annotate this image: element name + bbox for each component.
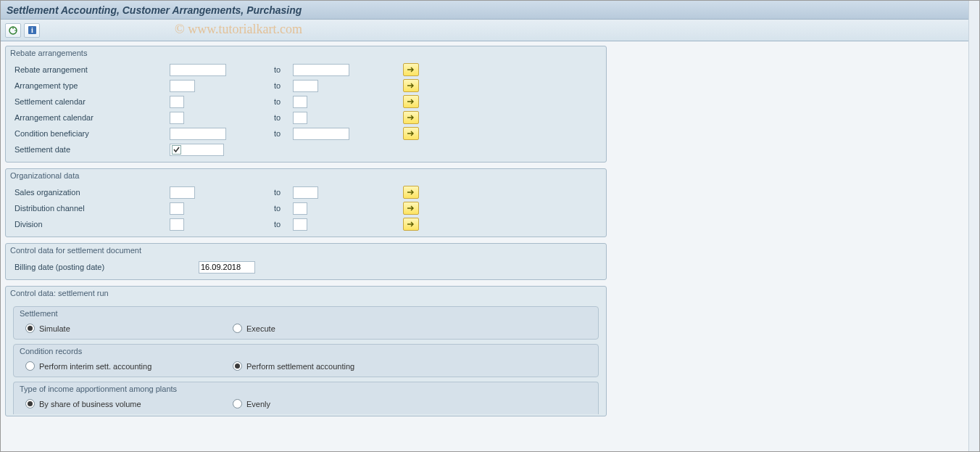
- group-title-org: Organizational data: [6, 169, 606, 184]
- row-settlement-calendar: Settlement calendar to: [6, 94, 606, 110]
- to-label: to: [271, 204, 293, 213]
- label-condition-beneficiary: Condition beneficiary: [10, 129, 170, 138]
- radio-row-settlement: Simulate Execute: [14, 322, 598, 334]
- row-sales-org: Sales organization to: [6, 184, 606, 200]
- arrow-right-icon: [407, 98, 415, 105]
- sub-title-cond-records: Condition records: [14, 345, 598, 360]
- arrow-right-icon: [407, 130, 415, 137]
- watermark: © www.tutorialkart.com: [175, 22, 302, 37]
- settlement-date-checkbox[interactable]: [172, 145, 181, 155]
- division-to[interactable]: [293, 218, 307, 231]
- group-rebate-arrangements: Rebate arrangements Rebate arrangement t…: [5, 46, 607, 163]
- multi-select-button[interactable]: [403, 111, 419, 124]
- settlement-date-field[interactable]: [170, 144, 224, 156]
- subgroup-condition-records: Condition records Perform interim sett. …: [13, 344, 599, 377]
- label-billing-date: Billing date (posting date): [10, 263, 199, 271]
- radio-row-cond-records: Perform interim sett. accounting Perform…: [14, 360, 598, 372]
- group-title-control-run: Control data: settlement run: [6, 287, 606, 302]
- multi-select-button[interactable]: [403, 202, 419, 215]
- radio-label-simulate: Simulate: [39, 324, 70, 333]
- to-label: to: [271, 97, 293, 106]
- row-condition-beneficiary: Condition beneficiary to: [6, 126, 606, 141]
- scroll-content[interactable]: Rebate arrangements Rebate arrangement t…: [1, 41, 979, 451]
- arrow-right-icon: [407, 66, 415, 73]
- row-distribution-channel: Distribution channel to: [6, 200, 606, 216]
- to-label: to: [271, 81, 293, 90]
- radio-simulate[interactable]: [25, 324, 35, 333]
- row-rebate-arrangement: Rebate arrangement to: [6, 62, 606, 78]
- group-control-settlement-run: Control data: settlement run Settlement …: [5, 286, 607, 416]
- multi-select-button[interactable]: [403, 63, 419, 76]
- multi-select-button[interactable]: [403, 127, 419, 140]
- arrangement-type-from[interactable]: [170, 80, 195, 92]
- condition-beneficiary-from[interactable]: [170, 128, 226, 140]
- arrow-right-icon: [407, 82, 415, 89]
- group-control-settlement-doc: Control data for settlement document Bil…: [5, 243, 607, 280]
- sales-org-from[interactable]: [170, 186, 195, 199]
- scroll-spacer: [5, 422, 975, 451]
- label-division: Division: [10, 220, 170, 229]
- condition-beneficiary-to[interactable]: [293, 128, 349, 140]
- row-arrangement-calendar: Arrangement calendar to: [6, 110, 606, 126]
- division-from[interactable]: [170, 218, 184, 231]
- window-title: Settlement Accounting, Customer Arrangem…: [7, 4, 302, 16]
- label-rebate-arrangement: Rebate arrangement: [10, 65, 170, 74]
- multi-select-button[interactable]: [403, 186, 419, 199]
- label-sales-org: Sales organization: [10, 188, 170, 197]
- to-label: to: [271, 188, 293, 197]
- sub-title-settlement: Settlement: [14, 307, 598, 322]
- arrangement-calendar-to[interactable]: [293, 112, 307, 124]
- to-label: to: [271, 129, 293, 138]
- settlement-calendar-to[interactable]: [293, 96, 307, 108]
- radio-evenly[interactable]: [233, 399, 242, 408]
- group-title-control-doc: Control data for settlement document: [6, 244, 606, 259]
- rebate-arrangement-to[interactable]: [293, 64, 349, 76]
- label-arrangement-type: Arrangement type: [10, 81, 170, 90]
- multi-select-button[interactable]: [403, 218, 419, 231]
- checkmark-icon: [173, 146, 180, 154]
- arrow-right-icon: [407, 205, 415, 212]
- to-label: to: [271, 65, 293, 74]
- group-organizational-data: Organizational data Sales organization t…: [5, 168, 607, 237]
- subgroup-settlement: Settlement Simulate Execute: [13, 306, 599, 340]
- radio-interim-sett[interactable]: [25, 361, 35, 371]
- radio-execute[interactable]: [233, 324, 242, 333]
- main-area: Rebate arrangements Rebate arrangement t…: [1, 41, 979, 451]
- execute-button[interactable]: [5, 23, 21, 38]
- application-toolbar: i © www.tutorialkart.com: [1, 20, 979, 41]
- settlement-calendar-from[interactable]: [170, 96, 184, 108]
- info-icon: i: [28, 25, 37, 35]
- radio-perform-sett[interactable]: [233, 361, 242, 371]
- radio-row-income-apportion: By share of business volume Evenly: [14, 398, 598, 410]
- outer-scrollbar[interactable]: [968, 41, 979, 451]
- label-settlement-date: Settlement date: [10, 145, 170, 154]
- row-billing-date: Billing date (posting date): [6, 259, 606, 275]
- arrow-right-icon: [407, 114, 415, 121]
- distribution-channel-to[interactable]: [293, 202, 307, 215]
- sub-title-income-apportion: Type of income apportionment among plant…: [14, 382, 598, 398]
- billing-date-input[interactable]: [199, 261, 255, 274]
- label-arrangement-calendar: Arrangement calendar: [10, 113, 170, 122]
- arrangement-calendar-from[interactable]: [170, 112, 184, 124]
- row-arrangement-type: Arrangement type to: [6, 78, 606, 94]
- app-window: Settlement Accounting, Customer Arrangem…: [0, 0, 980, 452]
- to-label: to: [271, 113, 293, 122]
- row-settlement-date: Settlement date: [6, 141, 606, 157]
- radio-label-final: Perform settlement accounting: [246, 362, 354, 371]
- arrangement-type-to[interactable]: [293, 80, 318, 92]
- sales-org-to[interactable]: [293, 186, 318, 199]
- group-title-rebate: Rebate arrangements: [6, 46, 606, 62]
- radio-by-share[interactable]: [25, 399, 35, 408]
- radio-label-evenly: Evenly: [246, 400, 270, 408]
- arrow-right-icon: [407, 221, 415, 228]
- radio-label-interim: Perform interim sett. accounting: [39, 362, 151, 371]
- multi-select-button[interactable]: [403, 95, 419, 108]
- distribution-channel-from[interactable]: [170, 202, 184, 215]
- multi-select-button[interactable]: [403, 79, 419, 92]
- execute-icon: [8, 25, 18, 36]
- subgroup-income-apportion: Type of income apportionment among plant…: [13, 382, 599, 414]
- rebate-arrangement-from[interactable]: [170, 64, 226, 76]
- info-button[interactable]: i: [24, 23, 40, 38]
- row-division: Division to: [6, 216, 606, 232]
- title-bar: Settlement Accounting, Customer Arrangem…: [1, 1, 979, 20]
